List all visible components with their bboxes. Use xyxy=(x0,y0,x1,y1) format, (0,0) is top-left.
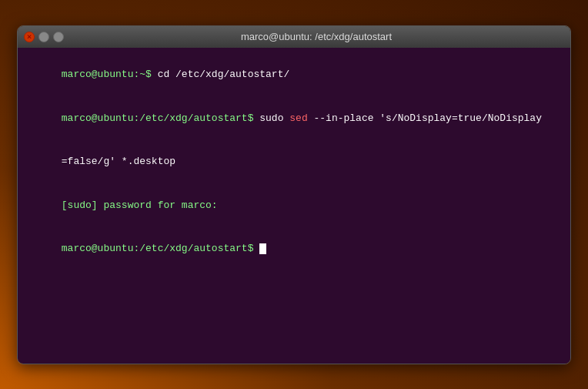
prompt-1: marco@ubuntu:~$ xyxy=(62,69,158,80)
prompt-2: marco@ubuntu:/etc/xdg/autostart$ xyxy=(62,112,259,124)
cursor xyxy=(259,243,266,254)
sudo-prompt: [sudo] password for marco: xyxy=(62,200,218,211)
title-bar: marco@ubuntu: /etc/xdg/autostart xyxy=(18,26,570,48)
terminal-line-2: marco@ubuntu:/etc/xdg/autostart$ sudo se… xyxy=(25,97,563,141)
command-continuation: =false/g' *.desktop xyxy=(62,156,175,167)
window-controls[interactable] xyxy=(24,32,64,42)
minimize-button[interactable] xyxy=(38,32,49,42)
terminal-window[interactable]: marco@ubuntu: /etc/xdg/autostart marco@u… xyxy=(17,25,571,364)
terminal-body[interactable]: marco@ubuntu:~$ cd /etc/xdg/autostart/ m… xyxy=(18,48,570,364)
terminal-line-4: [sudo] password for marco: xyxy=(25,184,563,228)
terminal-line-3: =false/g' *.desktop xyxy=(25,141,563,185)
command-2: sudo sed --in-place 's/NoDisplay=true/No… xyxy=(259,112,542,124)
window-title: marco@ubuntu: /etc/xdg/autostart xyxy=(68,31,564,42)
close-button[interactable] xyxy=(24,32,35,42)
maximize-button[interactable] xyxy=(53,32,64,42)
terminal-line-1: marco@ubuntu:~$ cd /etc/xdg/autostart/ xyxy=(25,54,563,98)
prompt-5: marco@ubuntu:/etc/xdg/autostart$ xyxy=(62,243,259,254)
terminal-line-5: marco@ubuntu:/etc/xdg/autostart$ xyxy=(25,228,563,272)
command-1: cd /etc/xdg/autostart/ xyxy=(158,69,290,80)
